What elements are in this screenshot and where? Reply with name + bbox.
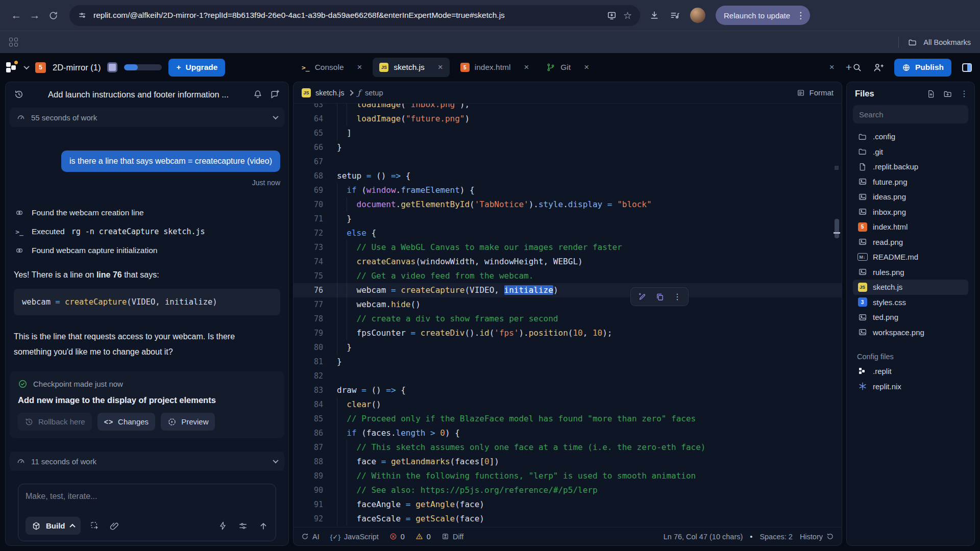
file-row-replit.nix[interactable]: replit.nix <box>853 379 968 394</box>
code-line-63[interactable]: 63loadImage("inbox.png"), <box>293 104 842 112</box>
code-line-79[interactable]: 79fpsCounter = createDiv().id('fps').pos… <box>293 326 842 340</box>
code-line-70[interactable]: 70document.getElementById('TabNotice').s… <box>293 197 842 212</box>
work-summary-top[interactable]: 55 seconds of work <box>10 108 284 127</box>
diff-button[interactable]: Diff <box>442 533 464 541</box>
code-line-85[interactable]: 85// Proceed only if the BlazeFace model… <box>293 412 842 426</box>
code-line-91[interactable]: 91faceAngle = getAngle(face) <box>293 497 842 512</box>
warnings-indicator[interactable]: 0 <box>415 533 431 541</box>
more-options-icon[interactable]: ⋮ <box>673 292 681 302</box>
project-name[interactable]: 2D-mirror (1) <box>53 63 101 72</box>
code-line-86[interactable]: 86if (faces.length > 0) { <box>293 426 842 440</box>
install-app-icon[interactable] <box>607 11 617 20</box>
relaunch-button[interactable]: Relaunch to update ⋮ <box>716 6 810 25</box>
file-row-read.png[interactable]: read.png <box>853 235 968 250</box>
invite-user-icon[interactable] <box>873 62 884 73</box>
code-area[interactable]: 63loadImage("inbox.png"),64loadImage("fu… <box>293 104 842 527</box>
code-line-72[interactable]: 72else { <box>293 226 842 240</box>
tab-Console[interactable]: >_Console× <box>295 58 369 77</box>
all-bookmarks-label[interactable]: All Bookmarks <box>923 38 971 46</box>
bookmark-star-icon[interactable]: ☆ <box>623 10 632 21</box>
files-menu-icon[interactable]: ⋮ <box>960 89 968 98</box>
file-row-README.md[interactable]: M↓README.md <box>853 249 968 265</box>
code-line-90[interactable]: 90// See also: https://p5js.org/referenc… <box>293 483 842 497</box>
file-row-.replit.backup[interactable]: .replit.backup <box>853 159 968 174</box>
file-row-ted.png[interactable]: ted.png <box>853 310 968 325</box>
code-line-69[interactable]: 69if (window.frameElement) { <box>293 183 842 197</box>
file-row-.replit[interactable]: .replit <box>853 364 968 379</box>
chevron-down-icon[interactable] <box>273 458 278 463</box>
chevron-down-icon[interactable] <box>273 114 278 119</box>
code-line-66[interactable]: 66} <box>293 140 842 155</box>
file-row-future.png[interactable]: future.png <box>853 174 968 190</box>
ai-edit-icon[interactable] <box>638 292 647 302</box>
rollback-here-button[interactable]: Rollback here <box>18 413 92 431</box>
url-text[interactable]: replit.com/@alfkeih/2D-mirror-1?replId=8… <box>93 11 600 20</box>
replit-logo[interactable] <box>6 61 18 74</box>
new-file-icon[interactable] <box>926 89 936 98</box>
code-line-84[interactable]: 84clear() <box>293 397 842 412</box>
element-select-icon[interactable] <box>90 521 100 531</box>
file-row-index.html[interactable]: 5index.html <box>853 219 968 235</box>
tab-index.html[interactable]: 5index.html× <box>454 58 536 77</box>
cursor-position[interactable]: Ln 76, Col 47 (10 chars) <box>664 533 743 541</box>
publish-button[interactable]: Publish <box>894 59 951 77</box>
chevron-up-icon[interactable] <box>69 523 75 529</box>
close-icon[interactable]: × <box>524 62 529 72</box>
upgrade-button[interactable]: + Upgrade <box>168 59 225 77</box>
scrollbar-thumb[interactable] <box>835 219 839 238</box>
code-line-67[interactable]: 67 <box>293 155 842 169</box>
code-line-77[interactable]: 77webcam.hide() <box>293 297 842 312</box>
settings-sliders-icon[interactable] <box>238 521 248 531</box>
tab-groups-icon[interactable] <box>9 38 18 46</box>
file-row-ideas.png[interactable]: ideas.png <box>853 189 968 205</box>
code-line-89[interactable]: 89// Within the following functions, "le… <box>293 469 842 483</box>
close-icon[interactable]: × <box>357 62 362 72</box>
code-line-64[interactable]: 64loadImage("future.png") <box>293 112 842 126</box>
quick-actions-icon[interactable] <box>218 521 228 531</box>
spaces-indicator[interactable]: Spaces: 2 <box>760 533 793 541</box>
code-line-88[interactable]: 88face = getLandmarks(faces[0]) <box>293 455 842 469</box>
new-tab-icon[interactable]: + <box>846 61 852 73</box>
app-window-icon[interactable] <box>107 62 117 72</box>
file-row-workspace.png[interactable]: workspace.png <box>853 325 968 340</box>
new-chat-icon[interactable] <box>270 89 280 99</box>
code-line-81[interactable]: 81} <box>293 355 842 369</box>
work-summary-bottom[interactable]: 11 seconds of work <box>10 452 284 471</box>
code-line-78[interactable]: 78// create a div to show frames per sec… <box>293 312 842 326</box>
browser-menu-icon[interactable]: ⋮ <box>796 10 805 21</box>
close-icon[interactable]: × <box>829 62 835 72</box>
preview-button[interactable]: Preview <box>161 413 215 431</box>
forward-icon[interactable]: → <box>26 6 44 24</box>
code-line-73[interactable]: 73// Use a WebGL Canvas to make our imag… <box>293 240 842 255</box>
url-bar[interactable]: replit.com/@alfkeih/2D-mirror-1?replId=8… <box>69 5 640 26</box>
format-button[interactable]: Format <box>797 88 834 97</box>
changes-button[interactable]: <>Changes <box>97 413 155 431</box>
code-line-76[interactable]: 76webcam = createCapture(VIDEO, initiali… <box>293 283 842 297</box>
code-line-92[interactable]: 92faceScale = getScale(face) <box>293 512 842 526</box>
workspace-menu-chevron-icon[interactable] <box>23 64 29 69</box>
back-icon[interactable]: ← <box>7 6 26 24</box>
site-settings-icon[interactable] <box>78 11 87 20</box>
code-line-65[interactable]: 65] <box>293 126 842 140</box>
media-controls-icon[interactable] <box>670 10 680 20</box>
reload-icon[interactable] <box>44 6 62 24</box>
layout-toggle-icon[interactable] <box>962 63 972 72</box>
errors-indicator[interactable]: 0 <box>389 533 405 541</box>
file-row-.config[interactable]: .config <box>853 129 968 144</box>
breadcrumb-symbol[interactable]: setup <box>365 89 383 97</box>
file-row-inbox.png[interactable]: inbox.png <box>853 205 968 220</box>
file-row-styles.css[interactable]: 3styles.css <box>853 295 968 310</box>
code-line-83[interactable]: 83draw = () => { <box>293 383 842 397</box>
close-icon[interactable]: × <box>438 62 443 72</box>
code-line-80[interactable]: 80} <box>293 340 842 355</box>
tab-sketch.js[interactable]: JSsketch.js× <box>373 58 449 77</box>
code-line-75[interactable]: 75// Get a video feed from the webcam. <box>293 269 842 283</box>
profile-avatar[interactable] <box>690 8 705 23</box>
search-icon[interactable] <box>852 62 862 72</box>
ai-status-button[interactable]: AI <box>301 533 320 541</box>
file-row-sketch.js[interactable]: JSsketch.js <box>853 280 968 295</box>
code-line-71[interactable]: 71} <box>293 212 842 226</box>
files-search-input[interactable]: Search <box>853 105 968 123</box>
code-line-74[interactable]: 74createCanvas(windowWidth, windowHeight… <box>293 255 842 269</box>
chat-history-icon[interactable] <box>14 89 24 99</box>
